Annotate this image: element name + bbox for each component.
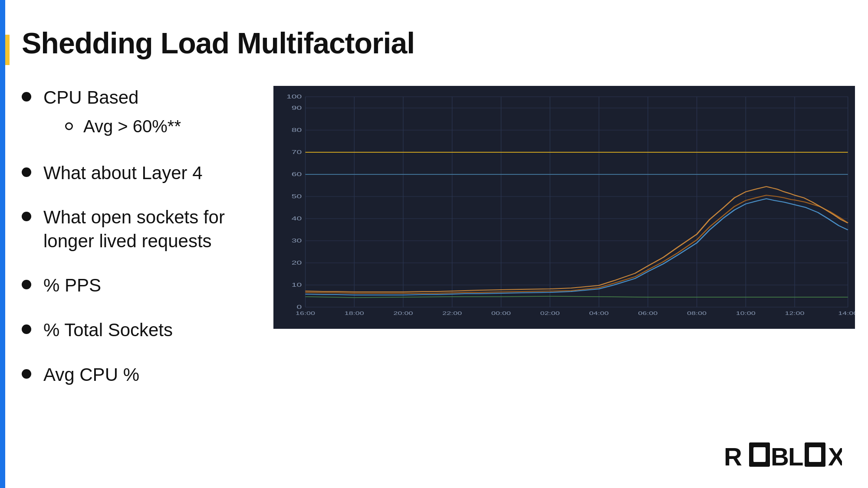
bullet-dot <box>22 324 31 334</box>
sub-bullet-text: Avg > 60%** <box>83 117 181 136</box>
svg-text:R: R <box>724 442 742 471</box>
svg-text:16:00: 16:00 <box>296 311 315 316</box>
svg-text:18:00: 18:00 <box>345 311 364 316</box>
bullet-dot <box>22 167 31 177</box>
svg-text:02:00: 02:00 <box>540 311 560 316</box>
svg-text:80: 80 <box>292 127 302 133</box>
list-item: What about Layer 4 <box>22 161 247 185</box>
bullet-dot <box>22 92 31 102</box>
content-area: CPU Based Avg > 60%** What about Layer 4 <box>22 86 855 407</box>
svg-text:20: 20 <box>292 259 302 266</box>
bullet-text: What open sockets for longer lived reque… <box>43 206 247 253</box>
list-item: Avg CPU % <box>22 363 247 387</box>
bullet-text: % Total Sockets <box>43 318 173 342</box>
slide-container: Shedding Load Multifactorial CPU Based A… <box>22 26 855 468</box>
svg-text:04:00: 04:00 <box>589 311 609 316</box>
svg-rect-51 <box>753 447 766 462</box>
svg-text:10:00: 10:00 <box>736 311 756 316</box>
bullet-text: Avg CPU % <box>43 363 139 387</box>
roblox-logo-svg: R BL <box>724 440 828 471</box>
chart-svg: 0 10 20 30 40 50 60 70 80 90 100 16:00 1… <box>273 86 855 329</box>
list-item: % Total Sockets <box>22 318 247 342</box>
bullet-dot <box>22 280 31 289</box>
roblox-logo: R BL X <box>724 440 842 471</box>
svg-text:00:00: 00:00 <box>491 311 511 316</box>
svg-text:90: 90 <box>292 105 302 111</box>
svg-text:10: 10 <box>292 282 302 288</box>
bullet-text: % PPS <box>43 274 101 298</box>
bullet-dot <box>22 212 31 221</box>
svg-rect-54 <box>809 447 821 462</box>
yellow-accent-bar <box>5 35 10 65</box>
svg-text:100: 100 <box>286 93 302 100</box>
bullet-dot <box>22 369 31 379</box>
svg-text:22:00: 22:00 <box>442 311 462 316</box>
bullet-list: CPU Based Avg > 60%** What about Layer 4 <box>22 86 247 407</box>
left-accent-bar <box>0 0 5 488</box>
svg-text:0: 0 <box>297 304 302 310</box>
svg-text:30: 30 <box>292 237 302 244</box>
sub-list-item: Avg > 60%** <box>65 117 181 136</box>
svg-text:08:00: 08:00 <box>687 311 707 316</box>
svg-text:12:00: 12:00 <box>785 311 805 316</box>
slide-title: Shedding Load Multifactorial <box>22 26 855 60</box>
sub-bullet-dot <box>65 122 73 130</box>
svg-text:40: 40 <box>292 215 302 222</box>
svg-text:20:00: 20:00 <box>394 311 413 316</box>
chart-container: 0 10 20 30 40 50 60 70 80 90 100 16:00 1… <box>273 86 855 329</box>
svg-text:06:00: 06:00 <box>638 311 658 316</box>
roblox-x-svg: X <box>828 440 842 471</box>
svg-text:14:00: 14:00 <box>838 311 855 316</box>
svg-text:70: 70 <box>292 149 302 155</box>
svg-text:60: 60 <box>292 171 302 177</box>
list-item: What open sockets for longer lived reque… <box>22 206 247 253</box>
svg-text:50: 50 <box>292 193 302 200</box>
bullet-text: CPU Based <box>43 87 138 108</box>
list-item: CPU Based Avg > 60%** <box>22 86 247 141</box>
list-item: % PPS <box>22 274 247 298</box>
sub-bullet-list: Avg > 60%** <box>65 117 181 136</box>
bullet-text: What about Layer 4 <box>43 161 203 185</box>
svg-text:X: X <box>828 442 842 471</box>
svg-text:BL: BL <box>771 442 803 471</box>
